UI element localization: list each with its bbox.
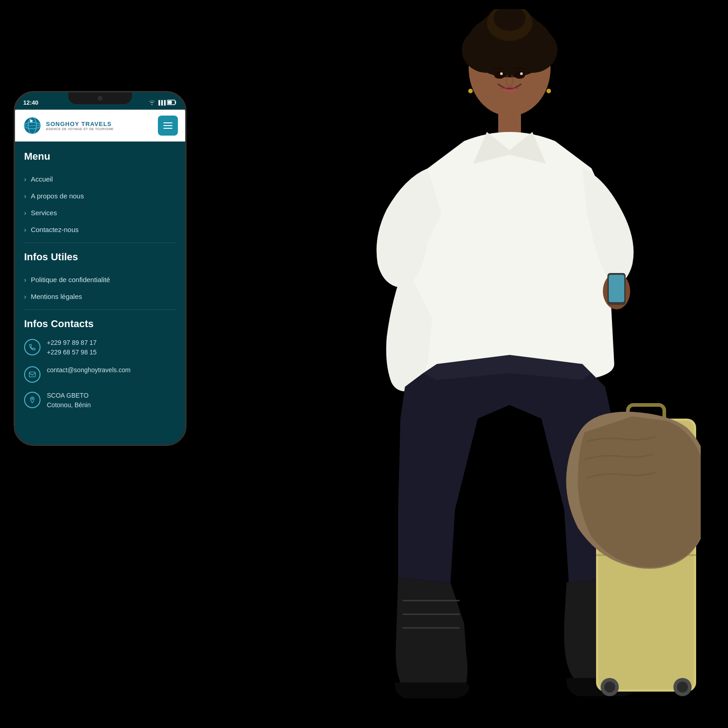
infos-contacts-title: Infos Contacts: [24, 318, 176, 330]
svg-point-38: [546, 89, 551, 93]
chevron-icon-contact: ›: [24, 226, 26, 233]
email-icon: [29, 371, 36, 378]
menu-label-mentions: Mentions légales: [31, 293, 82, 300]
phone-line2: +229 68 57 98 15: [47, 348, 96, 357]
address-line1: SCOA GBETO: [47, 391, 91, 400]
menu-label-politique: Politique de confidentialité: [31, 276, 110, 283]
svg-rect-2: [168, 101, 172, 104]
address-line2: Cotonou, Bénin: [47, 400, 91, 410]
svg-point-37: [468, 89, 473, 93]
hamburger-icon: [163, 122, 172, 129]
phone-camera: [98, 96, 102, 101]
contact-item-email: contact@songhoytravels.com: [24, 365, 176, 383]
chevron-icon-services: ›: [24, 209, 26, 217]
divider-2: [24, 309, 176, 310]
logo-text-area: SONGHOY TRAVELS Agence de voyage et de t…: [46, 121, 114, 131]
logo-area: SONGHOY TRAVELS Agence de voyage et de t…: [22, 116, 114, 136]
menu-item-apropos[interactable]: › A propos de nous: [24, 187, 176, 204]
contact-phone-text: +229 97 89 87 17 +229 68 57 98 15: [47, 338, 96, 357]
menu-item-mentions[interactable]: › Mentions légales: [24, 288, 176, 305]
menu-label-services: Services: [31, 209, 57, 217]
chevron-icon-politique: ›: [24, 276, 26, 283]
email-address: contact@songhoytravels.com: [47, 365, 131, 375]
wifi-icon: [149, 100, 155, 105]
logo-brand: SONGHOY TRAVELS: [46, 121, 114, 127]
phone-icon: [29, 344, 36, 351]
location-icon-wrapper: [24, 392, 40, 408]
contact-item-phone: +229 97 89 87 17 +229 68 57 98 15: [24, 338, 176, 357]
phone-line1: +229 97 89 87 17: [47, 338, 96, 348]
svg-point-35: [500, 72, 503, 75]
svg-rect-1: [175, 101, 176, 104]
menu-item-services[interactable]: › Services: [24, 204, 176, 221]
divider-1: [24, 243, 176, 243]
svg-point-36: [520, 72, 523, 75]
menu-item-contact[interactable]: › Contactez-nous: [24, 221, 176, 238]
contact-email-text: contact@songhoytravels.com: [47, 365, 131, 375]
svg-point-32: [677, 682, 688, 693]
menu-content: Menu › Accueil › A propos de nous › Serv…: [15, 142, 185, 445]
contact-item-address: SCOA GBETO Cotonou, Bénin: [24, 391, 176, 410]
menu-label-contact: Contactez-nous: [31, 226, 79, 233]
person-svg: [314, 9, 701, 728]
location-icon: [29, 396, 36, 404]
infos-utiles-title: Infos Utiles: [24, 251, 176, 263]
svg-point-8: [31, 398, 33, 399]
chevron-icon-accueil: ›: [24, 176, 26, 183]
chevron-icon-mentions: ›: [24, 293, 26, 300]
svg-point-31: [604, 682, 615, 693]
phone-mockup: 12:40 ▐▐▐: [14, 91, 187, 446]
chevron-icon-apropos: ›: [24, 192, 26, 200]
svg-rect-7: [29, 372, 35, 377]
phone-notch: [68, 92, 132, 104]
email-icon-wrapper: [24, 366, 40, 383]
logo-tagline: Agence de voyage et de tourisme: [46, 127, 114, 131]
svg-rect-19: [609, 275, 624, 302]
phone-screen: 12:40 ▐▐▐: [15, 92, 185, 445]
signal-icon: ▐▐▐: [157, 100, 165, 105]
phone-body: 12:40 ▐▐▐: [14, 91, 187, 446]
hamburger-line-2: [163, 125, 172, 126]
svg-point-33: [494, 71, 505, 79]
menu-item-politique[interactable]: › Politique de confidentialité: [24, 271, 176, 288]
status-time: 12:40: [23, 99, 38, 106]
app-header: SONGHOY TRAVELS Agence de voyage et de t…: [15, 110, 185, 142]
menu-section-title: Menu: [24, 151, 176, 162]
logo-globe: [22, 116, 42, 136]
phone-icon-wrapper: [24, 339, 40, 355]
menu-label-apropos: A propos de nous: [31, 192, 84, 200]
hamburger-line-3: [163, 128, 172, 129]
svg-point-34: [514, 71, 525, 79]
battery-icon: [167, 100, 177, 105]
hamburger-line-1: [163, 122, 172, 123]
status-icons: ▐▐▐: [149, 100, 177, 105]
menu-label-accueil: Accueil: [31, 175, 53, 183]
person-image: [314, 9, 701, 728]
menu-item-accueil[interactable]: › Accueil: [24, 171, 176, 187]
menu-button[interactable]: [158, 116, 178, 136]
contact-address-text: SCOA GBETO Cotonou, Bénin: [47, 391, 91, 410]
